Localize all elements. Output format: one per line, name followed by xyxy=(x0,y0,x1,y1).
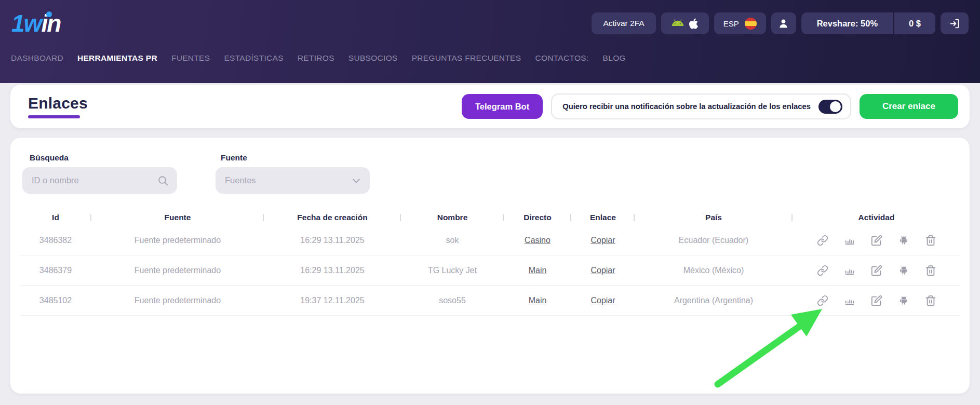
edit-icon[interactable] xyxy=(871,295,882,306)
main-nav: DASHBOARD HERRAMIENTAS PR FUENTES ESTADÍ… xyxy=(11,53,626,63)
apple-icon xyxy=(689,18,699,30)
spain-flag-icon xyxy=(745,18,757,30)
title-bar-card: Enlaces Telegram Bot Quiero recibir una … xyxy=(10,85,970,128)
chart-icon[interactable] xyxy=(844,295,855,306)
chart-icon[interactable] xyxy=(844,265,855,276)
search-icon[interactable] xyxy=(157,175,169,186)
balance-badge: 0 $ xyxy=(894,12,935,34)
col-header-fecha: Fecha de creación xyxy=(264,213,401,222)
cell-pais: México (México) xyxy=(635,266,793,275)
cell-fuente: Fuente predeterminado xyxy=(91,296,264,305)
chevron-down-icon xyxy=(351,176,361,186)
trash-icon[interactable] xyxy=(925,235,936,246)
nav-item-herramientas-pr[interactable]: HERRAMIENTAS PR xyxy=(77,53,157,63)
table-row: 3486382 Fuente predeterminado 16:29 13.1… xyxy=(20,225,960,255)
notification-setting: Quiero recibir una notificación sobre la… xyxy=(551,93,851,119)
nav-item-estadisticas[interactable]: ESTADÍSTICAS xyxy=(224,53,283,63)
cell-fecha: 19:37 12.11.2025 xyxy=(264,296,401,305)
revshare-badge: Revshare: 50% xyxy=(801,12,893,34)
nav-item-subsocios[interactable]: SUBSOCIOS xyxy=(348,53,398,63)
trash-icon[interactable] xyxy=(925,295,936,306)
link-icon[interactable] xyxy=(817,235,828,246)
logo-dot xyxy=(46,11,52,17)
row-actions xyxy=(793,265,960,276)
logout-icon xyxy=(949,18,960,29)
nav-item-retiros[interactable]: RETIROS xyxy=(298,53,334,63)
col-header-pais: País xyxy=(635,213,793,222)
row-actions xyxy=(793,235,960,246)
cell-pais: Ecuador (Ecuador) xyxy=(635,236,793,245)
table-header-row: Id Fuente Fecha de creación Nombre Direc… xyxy=(20,210,960,225)
trash-icon[interactable] xyxy=(925,265,936,276)
source-select-value: Fuentes xyxy=(225,176,256,185)
search-input[interactable] xyxy=(32,176,157,185)
edit-icon[interactable] xyxy=(871,235,882,246)
notification-toggle[interactable] xyxy=(818,100,842,114)
cell-nombre: soso55 xyxy=(401,296,504,305)
cell-pais: Argentina (Argentina) xyxy=(635,296,793,305)
logo[interactable]: 1win xyxy=(11,10,60,37)
create-link-button[interactable]: Crear enlace xyxy=(860,94,958,119)
cell-fecha: 16:29 13.11.2025 xyxy=(264,266,401,275)
col-header-nombre: Nombre xyxy=(401,213,504,222)
col-header-id: Id xyxy=(20,213,91,222)
source-select[interactable]: Fuentes xyxy=(216,167,370,194)
link-icon[interactable] xyxy=(817,295,828,306)
cell-id: 3485102 xyxy=(20,296,91,305)
app-header: 1win Activar 2FA ESP Revshare: 50% 0 $ D… xyxy=(0,0,980,83)
copy-link[interactable]: Copiar xyxy=(571,266,635,275)
android-icon[interactable] xyxy=(898,235,909,246)
directo-link[interactable]: Main xyxy=(504,296,571,305)
cell-nombre: TG Lucky Jet xyxy=(401,266,504,275)
links-table: Id Fuente Fecha de creación Nombre Direc… xyxy=(20,210,960,316)
page-title: Enlaces xyxy=(28,95,88,112)
col-header-enlace: Enlace xyxy=(571,213,635,222)
link-icon[interactable] xyxy=(817,265,828,276)
copy-link[interactable]: Copiar xyxy=(571,296,635,305)
col-header-directo: Directo xyxy=(504,213,571,222)
chart-icon[interactable] xyxy=(844,235,855,246)
android-icon[interactable] xyxy=(898,265,909,276)
language-selector[interactable]: ESP xyxy=(714,12,766,34)
logo-part-1: 1w xyxy=(11,10,41,37)
language-code: ESP xyxy=(723,19,739,28)
col-header-actividad: Actividad xyxy=(793,213,960,222)
balance-group: Revshare: 50% 0 $ xyxy=(801,12,935,34)
mobile-apps-button[interactable] xyxy=(661,12,709,34)
logout-button[interactable] xyxy=(941,12,969,34)
nav-item-dashboard[interactable]: DASHBOARD xyxy=(11,53,63,63)
title-wrap: Enlaces xyxy=(28,95,88,118)
cell-fuente: Fuente predeterminado xyxy=(91,236,264,245)
links-card: Búsqueda Fuente Fuentes Id Fuente Fecha … xyxy=(10,138,970,394)
cell-id: 3486379 xyxy=(20,266,91,275)
title-underline xyxy=(28,115,80,118)
cell-nombre: sok xyxy=(401,236,504,245)
toggle-knob xyxy=(830,101,841,112)
nav-item-contactos[interactable]: CONTACTOS: xyxy=(535,53,588,63)
directo-link[interactable]: Main xyxy=(504,266,571,275)
directo-link[interactable]: Casino xyxy=(504,236,571,245)
cell-id: 3486382 xyxy=(20,236,91,245)
cell-fuente: Fuente predeterminado xyxy=(91,266,264,275)
header-controls: Activar 2FA ESP Revshare: 50% 0 $ xyxy=(592,12,969,34)
title-bar-tools: Telegram Bot Quiero recibir una notifica… xyxy=(462,93,958,119)
copy-link[interactable]: Copiar xyxy=(571,236,635,245)
profile-button[interactable] xyxy=(771,12,796,34)
notification-label: Quiero recibir una notificación sobre la… xyxy=(562,102,811,111)
cell-fecha: 16:29 13.11.2025 xyxy=(264,236,401,245)
table-row: 3485102 Fuente predeterminado 19:37 12.1… xyxy=(20,286,960,316)
android-icon[interactable] xyxy=(898,295,909,306)
source-label: Fuente xyxy=(221,153,247,163)
search-field xyxy=(22,167,177,194)
nav-item-preguntas-frecuentes[interactable]: PREGUNTAS FRECUENTES xyxy=(412,53,521,63)
row-actions xyxy=(793,295,960,306)
nav-item-blog[interactable]: BLOG xyxy=(603,53,626,63)
edit-icon[interactable] xyxy=(871,265,882,276)
nav-item-fuentes[interactable]: FUENTES xyxy=(171,53,210,63)
search-label: Búsqueda xyxy=(30,153,69,163)
android-icon xyxy=(672,18,684,29)
table-row: 3486379 Fuente predeterminado 16:29 13.1… xyxy=(20,255,960,286)
telegram-bot-button[interactable]: Telegram Bot xyxy=(462,94,543,119)
col-header-fuente: Fuente xyxy=(91,213,264,222)
activate-2fa-button[interactable]: Activar 2FA xyxy=(592,12,655,34)
